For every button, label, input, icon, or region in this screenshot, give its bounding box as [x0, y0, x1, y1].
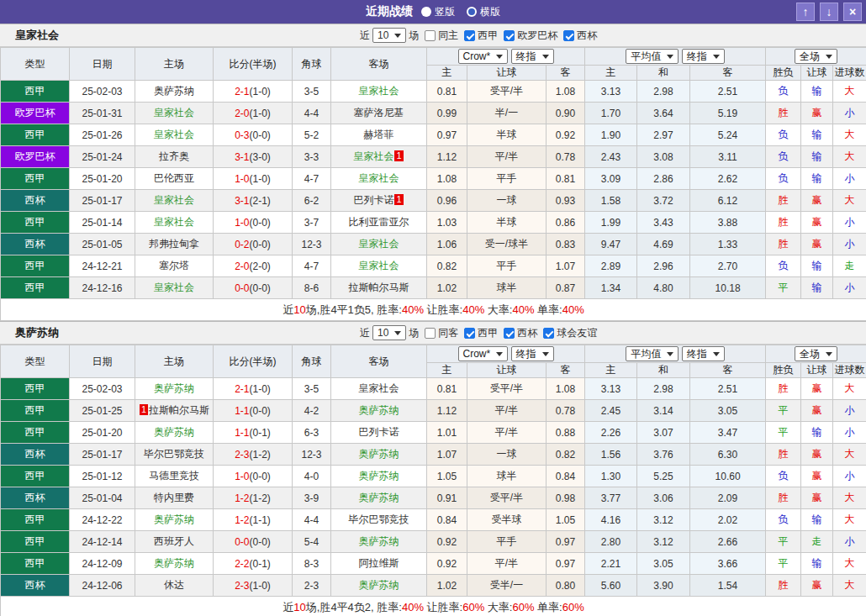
home-team: 奥萨苏纳 [135, 509, 214, 531]
col-header-score: 比分(半场) [214, 345, 293, 378]
section-header-bar: 皇家社会 近 10 场 同主 西甲 欧罗巴杯 西杯 [0, 24, 866, 47]
average-group-header: 平均值 终指 [585, 345, 766, 363]
avg-home-odds: 2.43 [585, 146, 637, 168]
avg-draw-odds: 2.98 [637, 81, 690, 103]
team-name: 奥萨苏纳 [15, 325, 59, 340]
col-header-score: 比分(半场) [214, 48, 293, 81]
radio-horizontal-layout[interactable]: 横版 [467, 5, 500, 19]
col-header-date: 日期 [70, 345, 135, 378]
league-checkbox-3[interactable] [563, 30, 574, 41]
handicap-home-odds: 1.02 [427, 277, 467, 299]
section-header-bar: 奥萨苏纳 近 10 场 同客 西甲 西杯 球会友谊 [0, 321, 866, 345]
summary-text: 近10场,胜4平1负5, 胜率:40% 让胜率:40% 大率:40% 单率:40… [1, 299, 866, 321]
handicap-away-odds: 0.92 [547, 124, 585, 146]
handicap-line: 一球 [467, 190, 547, 212]
match-row: 西杯25-01-17皇家社会3-1(2-1)6-2巴列卡诺10.96一球0.93… [1, 190, 866, 212]
league-checkbox-1[interactable] [464, 328, 475, 339]
sub-header-handicap: 让球 [467, 66, 547, 81]
avg-draw-odds: 4.69 [637, 234, 690, 255]
avg-draw-odds: 3.43 [637, 212, 690, 234]
corner-score: 3-3 [293, 146, 331, 168]
corner-score: 8-3 [293, 553, 331, 575]
result-handicap: 赢 [801, 466, 833, 487]
result-handicap: 赢 [801, 444, 833, 466]
handicap-line: 平/半 [467, 553, 547, 575]
chevron-down-icon [667, 352, 673, 356]
handicap-home-odds: 0.82 [427, 255, 467, 277]
odds-stage-select[interactable]: 终指 [511, 346, 554, 361]
league-badge: 欧罗巴杯 [1, 103, 70, 124]
col-header-away: 客场 [331, 345, 427, 378]
move-down-button[interactable]: ↓ [820, 3, 838, 21]
result-handicap: 赢 [801, 400, 833, 422]
result-wdl: 负 [766, 509, 801, 531]
handicap-home-odds: 0.96 [427, 190, 467, 212]
league-badge: 西甲 [1, 509, 70, 531]
handicap-away-odds: 1.07 [547, 255, 585, 277]
handicap-home-odds: 1.02 [427, 575, 467, 597]
corner-score: 3-7 [293, 212, 331, 234]
sub-header-avg-draw: 和 [637, 66, 690, 81]
recent-count-select[interactable]: 10 [372, 325, 406, 340]
match-date: 24-12-22 [70, 509, 135, 531]
handicap-line: 半球 [467, 212, 547, 234]
col-header-corners: 角球 [293, 48, 331, 81]
score: 3-1(2-1) [214, 190, 293, 212]
avg-stage-select[interactable]: 终指 [682, 49, 725, 64]
odds-provider-select[interactable]: Crow* [458, 346, 509, 361]
match-date: 24-12-21 [70, 255, 135, 277]
league-checkbox-2[interactable] [504, 328, 515, 339]
match-row: 西甲25-02-03奥萨苏纳2-1(1-0)3-5皇家社会0.81受平/半1.0… [1, 81, 866, 103]
result-wdl: 胜 [766, 378, 801, 400]
scope-select[interactable]: 全场 [795, 346, 837, 361]
match-row: 西甲25-01-20巴伦西亚1-0(1-0)4-7皇家社会1.08平手0.813… [1, 168, 866, 190]
avg-draw-odds: 3.08 [637, 146, 690, 168]
league-badge: 西甲 [1, 378, 70, 400]
chevron-down-icon [667, 55, 673, 59]
sub-header-handicap-result: 让球 [801, 363, 833, 378]
radio-vertical-layout[interactable]: 竖版 [421, 5, 455, 19]
avg-away-odds: 2.51 [690, 81, 766, 103]
handicap-line: 受半/一 [467, 575, 547, 597]
avg-draw-odds: 3.90 [637, 575, 690, 597]
league-badge: 西甲 [1, 255, 70, 277]
corner-score: 5-2 [293, 124, 331, 146]
odds-stage-select[interactable]: 终指 [511, 49, 554, 64]
same-venue-checkbox[interactable] [425, 328, 436, 339]
result-wdl: 平 [766, 531, 801, 553]
average-group-header: 平均值 终指 [585, 48, 766, 66]
recent-count-select[interactable]: 10 [372, 28, 406, 43]
chevron-down-icon [394, 34, 401, 38]
avg-select[interactable]: 平均值 [626, 346, 679, 361]
league-checkbox-2[interactable] [504, 30, 515, 41]
move-up-button[interactable]: ↑ [796, 3, 815, 21]
scope-select[interactable]: 全场 [795, 49, 837, 64]
close-button[interactable]: × [843, 3, 862, 21]
match-date: 24-12-06 [70, 575, 135, 597]
games-label: 场 [409, 326, 419, 340]
corner-score: 12-3 [293, 234, 331, 255]
handicap-home-odds: 0.92 [427, 553, 467, 575]
corner-score: 3-5 [293, 378, 331, 400]
score: 0-0(0-0) [214, 531, 293, 553]
chevron-down-icon [394, 331, 401, 335]
league-checkbox-1[interactable] [464, 30, 475, 41]
sub-header-home-odds: 主 [427, 363, 467, 378]
score: 2-1(1-0) [214, 81, 293, 103]
sub-header-avg-away: 客 [690, 363, 766, 378]
page-title: 近期战绩 [366, 4, 413, 19]
league-badge: 西甲 [1, 124, 70, 146]
avg-away-odds: 3.05 [690, 400, 766, 422]
match-row: 西杯24-12-06休达2-3(1-0)2-3奥萨苏纳1.02受半/一0.805… [1, 575, 866, 597]
avg-away-odds: 2.51 [690, 378, 766, 400]
odds-provider-select[interactable]: Crow* [458, 49, 509, 64]
home-team: 皇家社会 [135, 103, 214, 124]
avg-stage-select[interactable]: 终指 [682, 346, 725, 361]
same-venue-checkbox[interactable] [425, 30, 436, 41]
avg-draw-odds: 2.96 [637, 255, 690, 277]
avg-draw-odds: 4.80 [637, 277, 690, 299]
handicap-line: 受平/半 [467, 487, 547, 509]
league-checkbox-3[interactable] [543, 328, 554, 339]
sub-header-handicap-result: 让球 [801, 66, 833, 81]
avg-select[interactable]: 平均值 [626, 49, 679, 64]
